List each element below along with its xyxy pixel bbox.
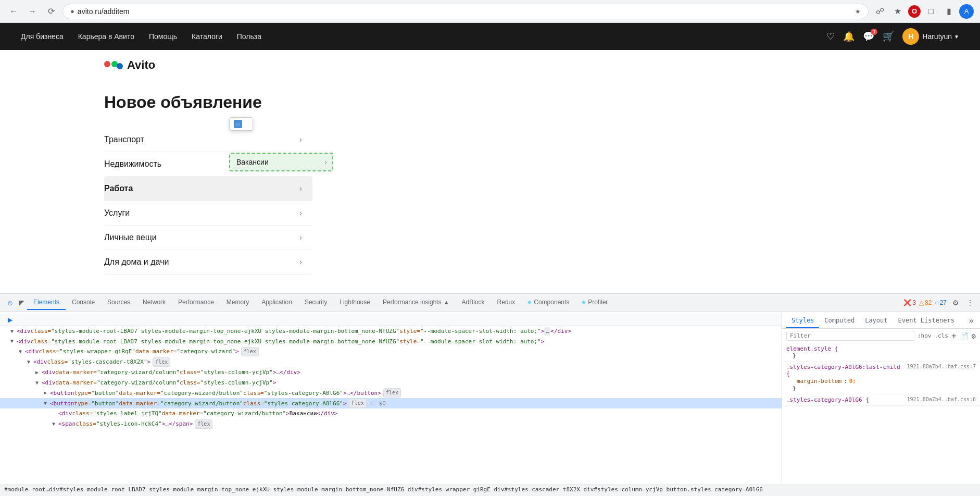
url-text: avito.ru/additem: [78, 7, 852, 16]
devtools-toolbar-right: ❌ 3 △ 82 ○ 27 ⚙ ⋮: [903, 297, 976, 308]
html-line-1[interactable]: <div class="styles-module-root-LBAD7 sty…: [0, 326, 782, 337]
tab-console[interactable]: Console: [66, 295, 101, 310]
category-work[interactable]: Работа ›: [104, 177, 312, 201]
tab-lighthouse[interactable]: Lighthouse: [333, 295, 376, 310]
nav-career[interactable]: Карьера в Авито: [78, 32, 134, 41]
opera-icon: O: [908, 5, 921, 18]
more-button[interactable]: ⋮: [964, 297, 976, 308]
logo-text: Avito: [127, 58, 155, 72]
triangle-7[interactable]: [44, 389, 50, 397]
tab-adblock[interactable]: AdBlock: [456, 295, 491, 310]
dots-1[interactable]: …: [544, 327, 550, 336]
styles-filter-input[interactable]: [786, 331, 914, 341]
triangle-4[interactable]: [27, 358, 33, 366]
warn-badge: △ 82: [919, 299, 932, 306]
styles-tab-computed[interactable]: Computed: [819, 314, 860, 328]
user-name[interactable]: Harutyun ▼: [922, 32, 959, 41]
page-title: Новое объявление: [104, 93, 959, 112]
html-line-9[interactable]: <div class="styles-label-jrjTQ" data-mar…: [0, 408, 782, 419]
nav-catalogs[interactable]: Каталоги: [192, 32, 222, 41]
favorites-icon[interactable]: ♡: [826, 31, 835, 42]
back-button[interactable]: ←: [6, 4, 21, 19]
notifications-icon[interactable]: 🔔: [843, 31, 855, 42]
triangle-3[interactable]: [19, 348, 25, 356]
styles-tab-event-listeners[interactable]: Event Listeners: [893, 314, 960, 328]
bookmark-button[interactable]: ★: [890, 4, 905, 19]
tab-network[interactable]: Network: [136, 295, 172, 310]
triangle-1[interactable]: [10, 327, 17, 336]
html-line-2[interactable]: <div class="styles-module-root-LBAD7 sty…: [0, 337, 782, 347]
info-badge: ○ 27: [935, 299, 947, 306]
category-personal[interactable]: Личные вещи ›: [104, 226, 312, 250]
forward-button[interactable]: →: [25, 4, 40, 19]
logo-section: Avito: [0, 50, 980, 72]
add-style-btn[interactable]: +: [951, 331, 957, 341]
tab-components[interactable]: ◆ Components: [521, 295, 575, 310]
nav-business[interactable]: Для бизнеса: [21, 32, 64, 41]
bottom-breadcrumb: #module-root…div#styles-module-root-LBAD…: [0, 485, 980, 496]
messages-icon[interactable]: 💬 1: [863, 31, 874, 42]
address-bar[interactable]: ● avito.ru/additem ★: [62, 4, 869, 19]
extensions-button[interactable]: □: [924, 4, 938, 19]
cursor-tool[interactable]: ▶: [4, 314, 16, 326]
page-wrapper: Для бизнеса Карьера в Авито Помощь Катал…: [0, 23, 980, 496]
settings-button[interactable]: ⚙: [950, 297, 961, 308]
tab-elements[interactable]: Elements: [27, 295, 66, 310]
tab-perf-insights[interactable]: Performance insights ▲: [376, 295, 456, 310]
user-avatar[interactable]: H: [902, 28, 919, 45]
triangle-10[interactable]: [52, 420, 58, 428]
category-transport[interactable]: Транспорт ›: [104, 128, 312, 152]
style-selector-element: element.style {: [786, 345, 976, 352]
tab-memory[interactable]: Memory: [220, 295, 255, 310]
copy-btn[interactable]: 📄: [960, 332, 969, 340]
html-line-4[interactable]: <div class="styles-cascader-t8X2X"> flex: [0, 357, 782, 367]
elements-panel: ▶ <div class="styles-module-root-LBAD7 s…: [0, 312, 782, 485]
cart-icon[interactable]: 🛒: [883, 31, 894, 42]
tab-security[interactable]: Security: [298, 295, 333, 310]
tab-performance[interactable]: Performance: [172, 295, 220, 310]
styles-panel: Styles Computed Layout Event Listeners »…: [782, 312, 980, 485]
settings-style-btn[interactable]: ⚙: [972, 332, 976, 340]
site-nav: Для бизнеса Карьера в Авито Помощь Катал…: [0, 23, 980, 50]
profile-button[interactable]: A: [959, 4, 974, 19]
device-button[interactable]: ◤: [16, 297, 27, 308]
inspector-button[interactable]: ⎋: [4, 297, 16, 308]
style-rule-main: .styles-category-A0lG6 { 1921.80a7b4..ba…: [782, 394, 980, 406]
tab-profiler[interactable]: ◆ Profiler: [575, 295, 614, 310]
nav-help[interactable]: Помощь: [149, 32, 177, 41]
html-line-7[interactable]: <button type="button" data-marker="categ…: [0, 388, 782, 398]
browser-actions: ☍ ★ O □ ▮ A: [873, 4, 974, 19]
styles-tab-layout[interactable]: Layout: [860, 314, 893, 328]
selected-subcategory-btn[interactable]: Вакансии ›: [229, 153, 333, 171]
hov-button[interactable]: :hov: [918, 332, 932, 339]
sidebar-button[interactable]: ▮: [941, 4, 956, 19]
html-line-5[interactable]: <div data-marker="category-wizard/column…: [0, 367, 782, 378]
style-rule-element: element.style { }: [782, 343, 980, 362]
category-services[interactable]: Услуги ›: [104, 201, 312, 226]
html-line-3[interactable]: <div class="styles-wrapper-giRgE" data-m…: [0, 346, 782, 357]
styles-tab-styles[interactable]: Styles: [786, 314, 819, 328]
html-line-10[interactable]: <span class="styles-icon-hckC4"> … </spa…: [0, 419, 782, 429]
panel-expand-btn[interactable]: »: [966, 314, 976, 328]
style-margin-bottom: margin-bottom : 0;: [786, 377, 976, 385]
category-home[interactable]: Для дома и дачи ›: [104, 250, 312, 275]
nav-benefit[interactable]: Польза: [237, 32, 261, 41]
tab-application[interactable]: Application: [255, 295, 298, 310]
triangle-5[interactable]: [35, 368, 42, 377]
flex-badge-3: flex: [241, 347, 259, 356]
triangle-2[interactable]: [10, 337, 17, 345]
category-section: Транспорт › Недвижимость › Работа › Услу…: [0, 122, 980, 280]
browser-chrome: ← → ⟳ ● avito.ru/additem ★ ☍ ★ O □ ▮ A: [0, 0, 980, 23]
triangle-8[interactable]: [44, 399, 50, 407]
html-line-6[interactable]: <div data-marker="category-wizard/column…: [0, 378, 782, 388]
logo-circle-blue: [117, 63, 123, 69]
tab-redux[interactable]: Redux: [491, 295, 522, 310]
triangle-6[interactable]: [35, 379, 42, 387]
inspector-bar: ▶: [0, 314, 782, 326]
cls-button[interactable]: .cls: [934, 332, 948, 339]
tab-sources[interactable]: Sources: [101, 295, 136, 310]
reload-button[interactable]: ⟳: [44, 4, 58, 19]
translate-button[interactable]: ☍: [873, 4, 887, 19]
logo-circles: [104, 61, 123, 69]
html-line-8[interactable]: <button type="button" data-marker="categ…: [0, 398, 782, 408]
